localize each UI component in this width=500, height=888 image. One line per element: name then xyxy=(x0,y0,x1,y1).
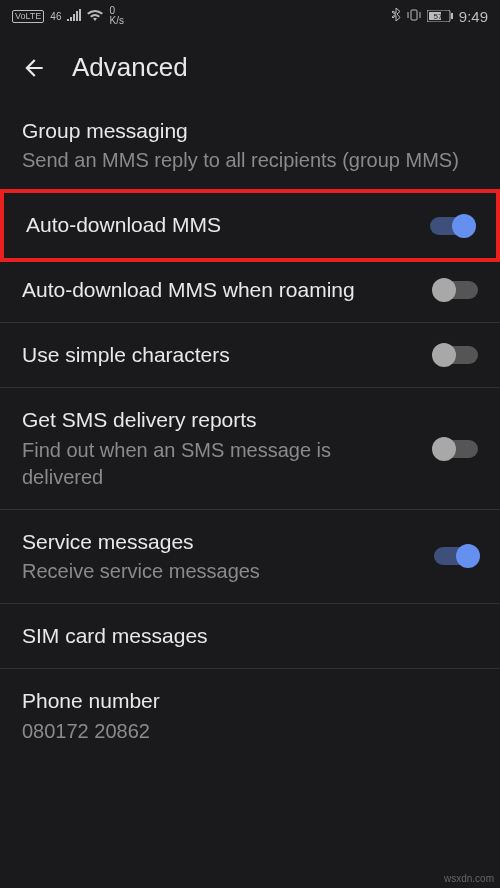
setting-title: Use simple characters xyxy=(22,341,414,369)
setting-sim-card-messages[interactable]: SIM card messages xyxy=(0,604,500,669)
status-left: VoLTE 46 0 K/s xyxy=(12,6,124,26)
settings-list: Group messaging Send an MMS reply to all… xyxy=(0,113,500,763)
setting-title: SIM card messages xyxy=(22,622,478,650)
setting-phone-number[interactable]: Phone number 080172 20862 xyxy=(0,669,500,762)
toggle-simple-characters[interactable] xyxy=(434,346,478,364)
clock: 9:49 xyxy=(459,8,488,25)
speed-indicator: 0 K/s xyxy=(109,6,123,26)
setting-auto-download-mms[interactable]: Auto-download MMS xyxy=(0,189,500,261)
wifi-icon xyxy=(87,9,103,24)
setting-title: Group messaging xyxy=(22,117,478,145)
back-button[interactable] xyxy=(20,54,48,82)
setting-title: Get SMS delivery reports xyxy=(22,406,414,434)
page-title: Advanced xyxy=(72,52,188,83)
toggle-service-messages[interactable] xyxy=(434,547,478,565)
setting-subtitle: Receive service messages xyxy=(22,558,414,585)
svg-rect-4 xyxy=(451,13,453,19)
signal-icon xyxy=(67,9,81,24)
header: Advanced xyxy=(0,32,500,113)
setting-subtitle: 080172 20862 xyxy=(22,718,478,745)
svg-text:57: 57 xyxy=(433,12,442,21)
volte-badge: VoLTE xyxy=(12,10,44,23)
setting-auto-download-roaming[interactable]: Auto-download MMS when roaming xyxy=(0,258,500,323)
setting-title: Phone number xyxy=(22,687,478,715)
signal-label: 46 xyxy=(50,11,61,22)
toggle-auto-download-mms[interactable] xyxy=(430,217,474,235)
svg-rect-0 xyxy=(411,10,417,20)
status-right: 57 9:49 xyxy=(391,8,488,25)
toggle-auto-download-roaming[interactable] xyxy=(434,281,478,299)
vibrate-icon xyxy=(407,8,421,25)
setting-title: Auto-download MMS xyxy=(26,211,410,239)
setting-title: Service messages xyxy=(22,528,414,556)
toggle-delivery-reports[interactable] xyxy=(434,440,478,458)
setting-delivery-reports[interactable]: Get SMS delivery reports Find out when a… xyxy=(0,388,500,509)
setting-title: Auto-download MMS when roaming xyxy=(22,276,414,304)
setting-service-messages[interactable]: Service messages Receive service message… xyxy=(0,510,500,604)
watermark: wsxdn.com xyxy=(444,873,494,884)
setting-group-messaging[interactable]: Group messaging Send an MMS reply to all… xyxy=(0,113,500,193)
setting-simple-characters[interactable]: Use simple characters xyxy=(0,323,500,388)
battery-icon: 57 xyxy=(427,10,453,22)
arrow-left-icon xyxy=(21,55,47,81)
bluetooth-icon xyxy=(391,8,401,25)
status-bar: VoLTE 46 0 K/s 57 9:49 xyxy=(0,0,500,32)
setting-subtitle: Send an MMS reply to all recipients (gro… xyxy=(22,147,478,174)
setting-subtitle: Find out when an SMS message is delivere… xyxy=(22,437,414,491)
